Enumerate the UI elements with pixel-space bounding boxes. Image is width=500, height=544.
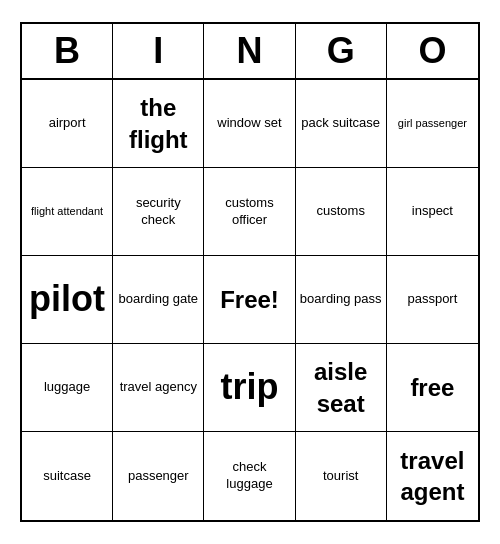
bingo-cell: security check: [113, 168, 204, 256]
bingo-cell: boarding pass: [296, 256, 387, 344]
bingo-grid: airportthe flightwindow setpack suitcase…: [22, 80, 478, 520]
header-letter: G: [296, 24, 387, 78]
header-letter: O: [387, 24, 478, 78]
bingo-cell: travel agent: [387, 432, 478, 520]
bingo-cell: travel agency: [113, 344, 204, 432]
bingo-cell: pilot: [22, 256, 113, 344]
bingo-cell: customs officer: [204, 168, 295, 256]
header-letter: B: [22, 24, 113, 78]
bingo-cell: free: [387, 344, 478, 432]
bingo-cell: the flight: [113, 80, 204, 168]
bingo-cell: girl passenger: [387, 80, 478, 168]
header-letter: N: [204, 24, 295, 78]
bingo-cell: airport: [22, 80, 113, 168]
bingo-cell: aisle seat: [296, 344, 387, 432]
bingo-cell: check luggage: [204, 432, 295, 520]
bingo-cell: passport: [387, 256, 478, 344]
bingo-card: BINGO airportthe flightwindow setpack su…: [20, 22, 480, 522]
bingo-header: BINGO: [22, 24, 478, 80]
bingo-cell: tourist: [296, 432, 387, 520]
bingo-cell: customs: [296, 168, 387, 256]
bingo-cell: trip: [204, 344, 295, 432]
bingo-cell: luggage: [22, 344, 113, 432]
bingo-cell: boarding gate: [113, 256, 204, 344]
bingo-cell: window set: [204, 80, 295, 168]
bingo-cell: passenger: [113, 432, 204, 520]
bingo-cell: pack suitcase: [296, 80, 387, 168]
bingo-cell: flight attendant: [22, 168, 113, 256]
bingo-cell: Free!: [204, 256, 295, 344]
bingo-cell: inspect: [387, 168, 478, 256]
header-letter: I: [113, 24, 204, 78]
bingo-cell: suitcase: [22, 432, 113, 520]
